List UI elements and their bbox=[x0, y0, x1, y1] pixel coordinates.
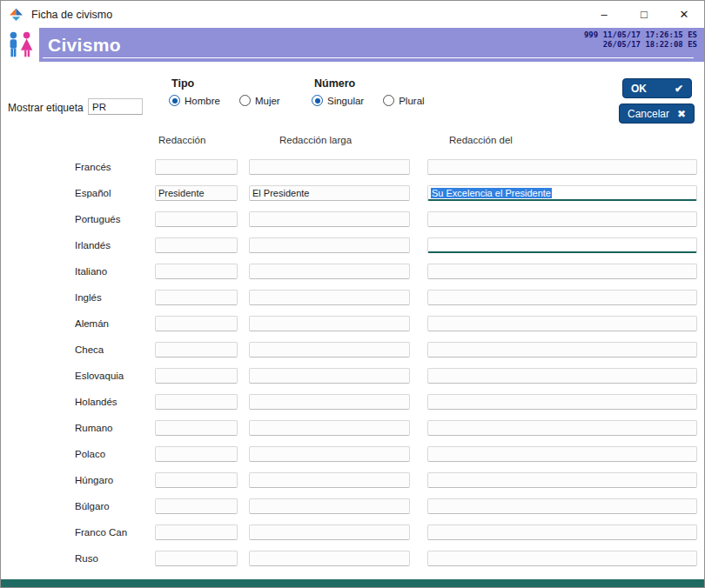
redaccion-del-input[interactable] bbox=[427, 525, 697, 540]
redaccion-input[interactable] bbox=[155, 446, 238, 462]
redaccion-input[interactable] bbox=[155, 525, 238, 540]
redaccion-larga-input[interactable] bbox=[249, 446, 410, 462]
redaccion-del-input[interactable] bbox=[427, 237, 697, 253]
redaccion-larga-input[interactable] bbox=[249, 290, 410, 305]
redaccion-larga-input[interactable] bbox=[249, 159, 410, 175]
language-label: Polaco bbox=[75, 449, 155, 459]
x-icon: ✖ bbox=[677, 108, 686, 120]
app-icon bbox=[9, 7, 24, 22]
redaccion-del-input[interactable] bbox=[427, 264, 697, 279]
table-row: Irlandés bbox=[1, 232, 704, 258]
column-header-redaccion: Redacción bbox=[155, 135, 249, 145]
table-row: Polaco bbox=[1, 441, 704, 467]
language-label: Búlgaro bbox=[75, 501, 155, 511]
redaccion-larga-input[interactable]: El Presidente bbox=[249, 185, 410, 201]
redaccion-larga-input[interactable] bbox=[249, 420, 410, 436]
redaccion-input[interactable] bbox=[155, 342, 238, 357]
radio-singular-label: Singular bbox=[327, 96, 364, 106]
radio-selected-icon bbox=[312, 95, 323, 106]
redaccion-input[interactable]: Presidente bbox=[155, 185, 238, 201]
redaccion-input[interactable] bbox=[155, 498, 238, 514]
radio-selected-icon bbox=[169, 95, 180, 106]
table-row: Alemán bbox=[1, 311, 704, 337]
redaccion-input[interactable] bbox=[155, 237, 238, 253]
redaccion-del-input[interactable] bbox=[427, 316, 697, 331]
title-bar: Ficha de civismo – □ ✕ bbox=[1, 1, 704, 28]
radio-hombre-label: Hombre bbox=[185, 96, 220, 106]
redaccion-del-input[interactable]: Su Excelencia el Presidente bbox=[427, 185, 697, 201]
window-title: Ficha de civismo bbox=[31, 9, 112, 21]
table-row: Franco Can bbox=[1, 519, 704, 545]
redaccion-del-input[interactable] bbox=[427, 290, 697, 305]
minimize-icon[interactable]: – bbox=[584, 1, 624, 28]
redaccion-input[interactable] bbox=[155, 159, 238, 175]
table-row: Español Presidente El Presidente Su Exce… bbox=[1, 180, 704, 206]
redaccion-input[interactable] bbox=[155, 290, 238, 305]
redaccion-larga-input[interactable] bbox=[249, 237, 410, 253]
redaccion-larga-input[interactable] bbox=[249, 264, 410, 279]
redaccion-larga-input[interactable] bbox=[249, 342, 410, 357]
cancel-button-label: Cancelar bbox=[628, 108, 669, 120]
radio-plural[interactable]: Plural bbox=[383, 95, 424, 106]
language-grid: Francés Español Presidente El Presidente… bbox=[1, 154, 704, 571]
language-label: Checa bbox=[75, 344, 155, 355]
redaccion-larga-input[interactable] bbox=[249, 525, 410, 540]
redaccion-input[interactable] bbox=[155, 420, 238, 436]
column-header-redaccion-larga: Redacción larga bbox=[249, 135, 427, 145]
ok-button[interactable]: OK ✔ bbox=[622, 78, 692, 98]
redaccion-del-input[interactable] bbox=[427, 342, 697, 357]
radio-singular[interactable]: Singular bbox=[312, 95, 364, 106]
redaccion-larga-input[interactable] bbox=[249, 316, 410, 331]
timestamp-line-2: 26/05/17 18:22:08 ES bbox=[584, 40, 697, 50]
redaccion-input[interactable] bbox=[155, 368, 238, 384]
tipo-group-label: Tipo bbox=[171, 77, 194, 90]
redaccion-input[interactable] bbox=[155, 316, 238, 331]
table-row: Húngaro bbox=[1, 467, 704, 493]
table-row: Eslovaquia bbox=[1, 363, 704, 389]
redaccion-input[interactable] bbox=[155, 264, 238, 279]
mostrar-etiqueta-label: Mostrar etiqueta bbox=[8, 102, 84, 114]
numero-group-label: Número bbox=[314, 77, 355, 90]
redaccion-input[interactable] bbox=[155, 472, 238, 488]
redaccion-larga-input[interactable] bbox=[249, 368, 410, 384]
window-controls: – □ ✕ bbox=[584, 1, 704, 28]
redaccion-del-input[interactable] bbox=[427, 551, 697, 566]
redaccion-larga-input[interactable] bbox=[249, 394, 410, 410]
radio-mujer[interactable]: Mujer bbox=[239, 95, 280, 106]
mostrar-etiqueta-input[interactable] bbox=[88, 98, 143, 115]
header-underline bbox=[43, 57, 694, 58]
check-icon: ✔ bbox=[675, 83, 683, 95]
form-content: Tipo Número Hombre Mujer Singular Plural… bbox=[1, 62, 704, 579]
radio-unselected-icon bbox=[383, 95, 394, 106]
redaccion-larga-input[interactable] bbox=[249, 551, 410, 566]
bottom-status-bar bbox=[1, 579, 704, 587]
redaccion-del-input[interactable] bbox=[427, 498, 697, 514]
table-row: Francés bbox=[1, 154, 704, 180]
redaccion-del-input[interactable] bbox=[427, 159, 697, 175]
redaccion-larga-input[interactable] bbox=[249, 498, 410, 514]
table-row: Holandés bbox=[1, 389, 704, 415]
close-icon[interactable]: ✕ bbox=[664, 1, 704, 28]
redaccion-input[interactable] bbox=[155, 551, 238, 566]
redaccion-del-input[interactable] bbox=[427, 446, 697, 462]
language-label: Francés bbox=[75, 162, 155, 172]
redaccion-del-input[interactable] bbox=[427, 394, 697, 410]
cancel-button[interactable]: Cancelar ✖ bbox=[619, 104, 695, 124]
redaccion-larga-input[interactable] bbox=[249, 472, 410, 488]
redaccion-del-input[interactable] bbox=[427, 472, 697, 488]
radio-hombre[interactable]: Hombre bbox=[169, 95, 220, 106]
redaccion-del-input[interactable] bbox=[427, 420, 697, 436]
redaccion-input[interactable] bbox=[155, 211, 238, 227]
redaccion-larga-input[interactable] bbox=[249, 211, 410, 227]
redaccion-del-input[interactable] bbox=[427, 211, 697, 227]
radio-mujer-label: Mujer bbox=[255, 96, 280, 106]
tipo-radio-group: Hombre Mujer bbox=[169, 95, 299, 106]
redaccion-input[interactable] bbox=[155, 394, 238, 410]
redaccion-del-input[interactable] bbox=[427, 368, 697, 384]
language-label: Italiano bbox=[75, 266, 155, 277]
column-headers: Redacción Redacción larga Redacción del bbox=[1, 135, 513, 145]
radio-plural-label: Plural bbox=[399, 96, 424, 106]
language-label: Húngaro bbox=[75, 475, 155, 485]
radio-unselected-icon bbox=[239, 95, 251, 106]
maximize-icon[interactable]: □ bbox=[624, 1, 664, 28]
